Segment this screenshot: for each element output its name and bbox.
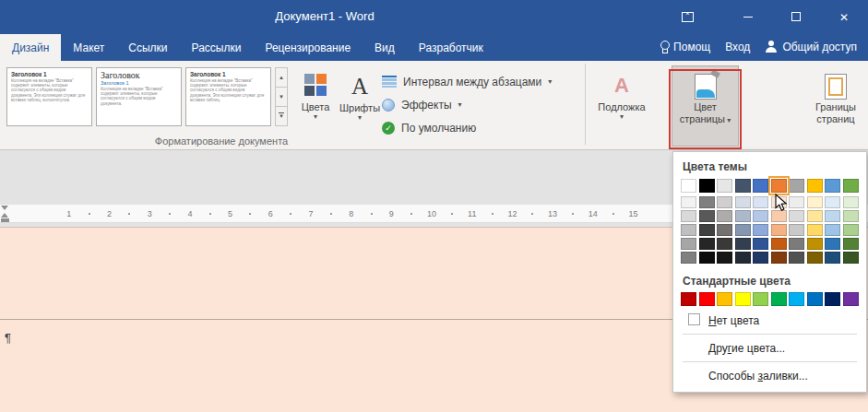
theme-shade-swatch[interactable] [753, 224, 768, 236]
theme-shade-swatch[interactable] [699, 210, 715, 222]
theme-shade-swatch[interactable] [753, 252, 768, 264]
standard-color-swatch[interactable] [843, 292, 859, 306]
theme-shade-swatch[interactable] [825, 224, 840, 236]
theme-color-swatch[interactable] [681, 179, 696, 193]
ribbon-tab[interactable]: Ссылки [116, 34, 179, 61]
theme-shade-swatch[interactable] [825, 210, 840, 222]
theme-shade-swatch[interactable] [681, 252, 696, 264]
share-button[interactable]: Общий доступ [765, 41, 857, 53]
page-color-button[interactable]: Цвет страницы [672, 66, 738, 146]
theme-shade-swatch[interactable] [735, 210, 751, 222]
standard-color-swatch[interactable] [807, 292, 823, 306]
left-indent-marker[interactable] [1, 218, 9, 222]
standard-color-swatch[interactable] [699, 292, 715, 306]
theme-shade-swatch[interactable] [843, 252, 859, 264]
theme-shade-swatch[interactable] [789, 210, 804, 222]
theme-color-swatch[interactable] [825, 179, 840, 193]
theme-color-swatch[interactable] [699, 179, 715, 193]
theme-shade-swatch[interactable] [735, 224, 751, 236]
style-set-card-2[interactable]: Заголовок Заголовок 1 Коллекция на вклад… [96, 67, 182, 126]
theme-color-swatch[interactable] [771, 179, 787, 193]
theme-shade-swatch[interactable] [771, 252, 787, 264]
theme-shade-swatch[interactable] [717, 210, 732, 222]
ribbon-tab[interactable]: Разработчик [407, 34, 495, 61]
ribbon-tab[interactable]: Вид [363, 34, 407, 61]
theme-color-swatch[interactable] [735, 179, 751, 193]
sign-in-button[interactable]: Вход [725, 41, 750, 53]
theme-shade-swatch[interactable] [807, 196, 823, 208]
theme-shade-swatch[interactable] [843, 210, 859, 222]
minimize-button[interactable] [724, 0, 772, 33]
standard-color-swatch[interactable] [771, 292, 787, 306]
theme-shade-swatch[interactable] [717, 224, 732, 236]
standard-color-swatch[interactable] [789, 292, 804, 306]
style-set-card-3[interactable]: Заголовок 1 Коллекция на вкладке "Вставк… [185, 67, 271, 126]
paragraph-spacing-button[interactable]: Интервал между абзацами [382, 70, 552, 93]
set-as-default-button[interactable]: По умолчанию [382, 116, 552, 139]
theme-shade-swatch[interactable] [789, 238, 804, 250]
gallery-scroll-down-button[interactable]: ▾ [275, 88, 288, 107]
theme-shade-swatch[interactable] [807, 224, 823, 236]
effects-button[interactable]: Эффекты [382, 93, 552, 116]
tell-me-button[interactable]: Помощ [660, 41, 710, 53]
theme-shade-swatch[interactable] [753, 210, 768, 222]
theme-shade-swatch[interactable] [681, 196, 696, 208]
gallery-scroll-up-button[interactable]: ▴ [275, 67, 288, 88]
theme-shade-swatch[interactable] [789, 224, 804, 236]
theme-colors-button[interactable]: Цвета [294, 66, 337, 146]
theme-shade-swatch[interactable] [771, 196, 787, 208]
theme-color-swatch[interactable] [753, 179, 768, 193]
standard-color-swatch[interactable] [735, 292, 751, 306]
theme-shade-swatch[interactable] [681, 224, 696, 236]
ribbon-tab[interactable]: Рецензирование [253, 34, 363, 61]
theme-shade-swatch[interactable] [753, 196, 768, 208]
theme-shade-swatch[interactable] [699, 224, 715, 236]
maximize-button[interactable] [772, 0, 820, 33]
standard-color-swatch[interactable] [753, 292, 768, 306]
theme-shade-swatch[interactable] [825, 252, 840, 264]
theme-color-swatch[interactable] [717, 179, 732, 193]
ribbon-tab[interactable]: Рассылки [180, 34, 254, 61]
theme-shade-swatch[interactable] [735, 252, 751, 264]
theme-shade-swatch[interactable] [681, 210, 696, 222]
theme-shade-swatch[interactable] [717, 196, 732, 208]
theme-shade-swatch[interactable] [789, 252, 804, 264]
no-color-item[interactable]: Нет цвета [681, 310, 859, 331]
ribbon-tab[interactable]: Дизайн [0, 34, 61, 61]
theme-shade-swatch[interactable] [771, 210, 787, 222]
theme-shade-swatch[interactable] [699, 252, 715, 264]
ribbon-tab[interactable]: Макет [61, 34, 116, 61]
theme-color-swatch[interactable] [789, 179, 804, 193]
standard-color-swatch[interactable] [825, 292, 840, 306]
theme-shade-swatch[interactable] [699, 238, 715, 250]
theme-color-swatch[interactable] [843, 179, 859, 193]
theme-color-swatch[interactable] [807, 179, 823, 193]
theme-shade-swatch[interactable] [825, 196, 840, 208]
theme-shade-swatch[interactable] [807, 210, 823, 222]
theme-shade-swatch[interactable] [717, 252, 732, 264]
standard-color-swatch[interactable] [681, 292, 696, 306]
theme-shade-swatch[interactable] [807, 238, 823, 250]
page-borders-button[interactable]: Границы страниц [806, 66, 865, 146]
theme-shade-swatch[interactable] [735, 238, 751, 250]
watermark-button[interactable]: A Подложка [592, 66, 651, 146]
theme-shade-swatch[interactable] [825, 238, 840, 250]
theme-shade-swatch[interactable] [717, 238, 732, 250]
theme-shade-swatch[interactable] [753, 238, 768, 250]
theme-shade-swatch[interactable] [771, 224, 787, 236]
theme-shade-swatch[interactable] [807, 252, 823, 264]
style-set-card-1[interactable]: Заголовок 1 Коллекция на вкладке "Вставк… [6, 67, 92, 126]
more-colors-item[interactable]: Другие цвета... [681, 337, 859, 359]
theme-shade-swatch[interactable] [789, 196, 804, 208]
ribbon-display-options-button[interactable] [663, 0, 711, 33]
indent-markers[interactable] [1, 206, 10, 222]
theme-shade-swatch[interactable] [843, 224, 859, 236]
theme-fonts-button[interactable]: А Шрифты [338, 66, 382, 146]
standard-color-swatch[interactable] [717, 292, 732, 306]
theme-shade-swatch[interactable] [735, 196, 751, 208]
first-line-indent-marker[interactable] [1, 206, 8, 210]
fill-effects-item[interactable]: Способы заливки... [681, 365, 859, 386]
hanging-indent-marker[interactable] [1, 213, 8, 218]
theme-shade-swatch[interactable] [699, 196, 715, 208]
theme-shade-swatch[interactable] [843, 238, 859, 250]
